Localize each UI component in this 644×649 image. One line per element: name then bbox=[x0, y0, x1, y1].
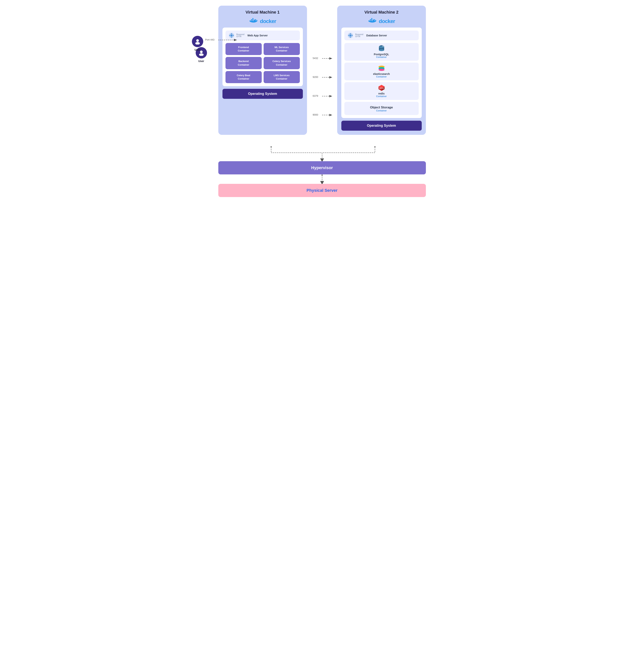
svg-rect-4 bbox=[252, 20, 253, 21]
svg-point-37 bbox=[352, 35, 353, 36]
postgresql-icon bbox=[378, 45, 385, 52]
user-label: User bbox=[198, 59, 204, 62]
svg-rect-6 bbox=[252, 19, 253, 20]
vm1-box: Virtual Machine 1 docker bbox=[218, 6, 307, 135]
svg-point-33 bbox=[350, 35, 351, 36]
svg-point-44 bbox=[378, 69, 385, 71]
vm2-os-bar: Operating System bbox=[341, 121, 422, 131]
docker-icon-vm2 bbox=[368, 18, 377, 25]
svg-rect-26 bbox=[371, 20, 372, 21]
svg-rect-29 bbox=[371, 18, 372, 19]
postgresql-name: PostgreSQL bbox=[374, 53, 389, 56]
svg-text:9200: 9200 bbox=[313, 76, 318, 79]
vm2-respond-bar: Respond CFTR Database Server bbox=[345, 31, 419, 40]
svg-point-8 bbox=[256, 20, 256, 21]
svg-point-1 bbox=[199, 53, 204, 56]
redis-container: REDIS redis Container bbox=[345, 82, 419, 100]
hypervisor-bar: Hypervisor bbox=[218, 161, 426, 174]
vm2-docker-logo: docker bbox=[341, 18, 422, 25]
object-storage-sub: Container bbox=[376, 110, 387, 112]
user-port443-svg: Port 443 bbox=[201, 30, 239, 53]
svg-point-36 bbox=[348, 35, 349, 36]
redis-name: redis bbox=[378, 92, 385, 95]
celery-services-container: Celery ServicesContainer bbox=[264, 57, 300, 69]
svg-rect-7 bbox=[252, 18, 253, 19]
port-arrows-svg: 5432 9200 6379 9000 bbox=[311, 45, 333, 124]
svg-point-30 bbox=[374, 20, 375, 21]
svg-rect-5 bbox=[251, 19, 252, 20]
vms-row: Virtual Machine 1 docker bbox=[218, 6, 426, 135]
elasticsearch-container: elasticsearch Container bbox=[345, 62, 419, 80]
svg-marker-61 bbox=[321, 174, 323, 175]
backend-container: BackendContainer bbox=[226, 57, 262, 69]
svg-rect-25 bbox=[370, 20, 371, 21]
svg-text:9000: 9000 bbox=[313, 113, 318, 116]
lms-services-container: LMS ServicesContainer bbox=[264, 71, 300, 83]
vm1-title: Virtual Machine 1 bbox=[223, 10, 303, 15]
vm2-inner: Respond CFTR Database Server bbox=[341, 28, 422, 118]
vm2-docker-text: docker bbox=[379, 18, 395, 24]
vm2-server-label: Database Server bbox=[366, 34, 387, 37]
vm2-title: Virtual Machine 2 bbox=[341, 10, 422, 15]
vm1-docker-logo: docker bbox=[223, 18, 303, 25]
object-storage-name: Object Storage bbox=[370, 105, 393, 110]
elasticsearch-icon bbox=[378, 65, 385, 72]
svg-rect-27 bbox=[370, 19, 371, 20]
svg-rect-28 bbox=[371, 19, 372, 20]
postgresql-container: PostgreSQL Container bbox=[345, 43, 419, 61]
diagram-wrapper: User Virtual Machine 1 docker bbox=[218, 6, 426, 197]
svg-point-35 bbox=[350, 37, 351, 38]
svg-rect-2 bbox=[250, 20, 251, 21]
svg-point-50 bbox=[195, 42, 200, 44]
redis-icon: REDIS bbox=[378, 84, 385, 91]
elasticsearch-name: elasticsearch bbox=[373, 73, 390, 76]
vm2-respond-brand: Respond CFTR bbox=[355, 33, 363, 38]
svg-point-49 bbox=[196, 39, 199, 42]
postgresql-sub: Container bbox=[376, 56, 387, 58]
elasticsearch-sub: Container bbox=[376, 76, 387, 78]
ml-services-container: ML ServicesContainer bbox=[264, 43, 300, 55]
svg-text:Port 443: Port 443 bbox=[205, 38, 214, 41]
svg-marker-58 bbox=[270, 146, 272, 147]
vm-to-hyper-svg bbox=[218, 146, 426, 161]
docker-icon-vm1 bbox=[249, 18, 258, 25]
physical-server-bar: Physical Server bbox=[218, 184, 426, 197]
celery-beat-container: Celery BeatContainer bbox=[226, 71, 262, 83]
vm1-server-label: Web App Server bbox=[247, 34, 268, 37]
svg-marker-59 bbox=[374, 146, 376, 147]
vm1-os-bar: Operating System bbox=[223, 89, 303, 99]
bottom-section: Hypervisor Physical Server bbox=[218, 146, 426, 197]
svg-text:5432: 5432 bbox=[313, 57, 318, 59]
db-containers: PostgreSQL Container elasticsearch Conta… bbox=[345, 43, 419, 115]
svg-point-34 bbox=[350, 33, 351, 34]
svg-rect-3 bbox=[251, 20, 252, 21]
vm1-docker-text: docker bbox=[260, 18, 276, 24]
redis-sub: Container bbox=[376, 95, 387, 98]
svg-text:6379: 6379 bbox=[313, 94, 318, 97]
svg-text:REDIS: REDIS bbox=[379, 87, 384, 89]
svg-point-40 bbox=[379, 49, 384, 51]
respond-logo-vm2 bbox=[348, 33, 353, 39]
object-storage-container: Object Storage Container bbox=[345, 102, 419, 115]
vm2-box: Virtual Machine 2 docker bbox=[337, 6, 426, 135]
port-connections: 5432 9200 6379 9000 bbox=[311, 34, 333, 135]
svg-rect-24 bbox=[368, 20, 370, 21]
hyper-to-physical-svg bbox=[218, 174, 426, 184]
